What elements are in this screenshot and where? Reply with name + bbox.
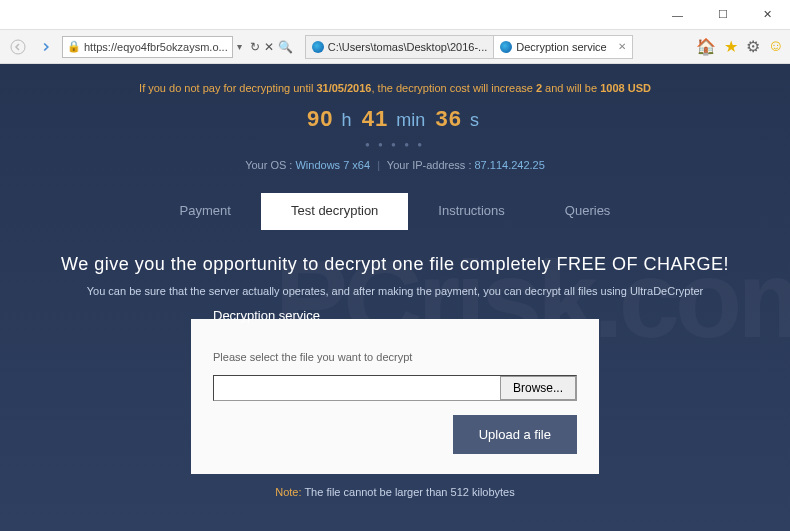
system-info: Your OS : Windows 7 x64 | Your IP-addres… — [22, 159, 768, 171]
window-titlebar: — ☐ ✕ — [0, 0, 790, 30]
upload-button[interactable]: Upload a file — [453, 415, 577, 454]
panel-hint: Please select the file you want to decry… — [213, 351, 577, 363]
countdown-timer: 90 h 41 min 36 s — [22, 106, 768, 132]
star-icon[interactable]: ★ — [724, 37, 738, 56]
forward-arrow-icon — [39, 40, 53, 54]
tab-test-decryption[interactable]: Test decryption — [261, 193, 408, 230]
panel-legend: Decryption service — [213, 308, 320, 323]
url-text: https://eqyo4fbr5okzaysm.o... — [84, 41, 228, 53]
seconds-unit: s — [470, 110, 479, 130]
seconds-value: 36 — [435, 106, 461, 131]
ie-icon — [500, 41, 512, 53]
tab-payment[interactable]: Payment — [150, 193, 261, 230]
hours-unit: h — [342, 110, 352, 130]
refresh-icon[interactable]: ↻ — [250, 40, 260, 54]
home-icon[interactable]: 🏠 — [696, 37, 716, 56]
back-arrow-icon — [10, 39, 26, 55]
back-button[interactable] — [6, 35, 30, 59]
hours-value: 90 — [307, 106, 333, 131]
minutes-value: 41 — [362, 106, 388, 131]
window-minimize-button[interactable]: — — [655, 0, 700, 30]
lock-icon: 🔒 — [67, 40, 81, 53]
dropdown-icon[interactable]: ▾ — [237, 41, 242, 52]
pagination-dots: ● ● ● ● ● — [22, 140, 768, 149]
hero-section: We give you the opportunity to decrypt o… — [22, 254, 768, 297]
tab-label: C:\Users\tomas\Desktop\2016-... — [328, 41, 488, 53]
tab-label: Decryption service — [516, 41, 606, 53]
hero-title: We give you the opportunity to decrypt o… — [22, 254, 768, 275]
address-bar[interactable]: 🔒 https://eqyo4fbr5okzaysm.o... — [62, 36, 233, 58]
face-icon[interactable]: ☺ — [768, 37, 784, 56]
window-maximize-button[interactable]: ☐ — [700, 0, 745, 30]
page-content: PCrisk.com If you do not pay for decrypt… — [0, 64, 790, 531]
toolbar-right-icons: 🏠 ★ ⚙ ☺ — [696, 37, 784, 56]
forward-button[interactable] — [34, 35, 58, 59]
tab-queries[interactable]: Queries — [535, 193, 641, 230]
search-icon[interactable]: 🔍 — [278, 40, 293, 54]
svg-point-0 — [11, 40, 25, 54]
browse-button[interactable]: Browse... — [500, 376, 576, 400]
tab-close-icon[interactable]: ✕ — [618, 41, 626, 52]
file-input-group: Browse... — [213, 375, 577, 401]
toolbar-icons: ↻ ✕ 🔍 — [250, 40, 293, 54]
stop-icon[interactable]: ✕ — [264, 40, 274, 54]
decryption-panel: Decryption service Please select the fil… — [191, 319, 599, 474]
warning-banner: If you do not pay for decrypting until 3… — [22, 82, 768, 94]
browser-tabs: C:\Users\tomas\Desktop\2016-... Decrypti… — [305, 35, 684, 59]
browser-tab[interactable]: Decryption service ✕ — [493, 35, 633, 59]
tab-instructions[interactable]: Instructions — [408, 193, 534, 230]
window-close-button[interactable]: ✕ — [745, 0, 790, 30]
hero-subtitle: You can be sure that the server actually… — [22, 285, 768, 297]
gear-icon[interactable]: ⚙ — [746, 37, 760, 56]
browser-toolbar: 🔒 https://eqyo4fbr5okzaysm.o... ▾ ↻ ✕ 🔍 … — [0, 30, 790, 64]
minutes-unit: min — [396, 110, 425, 130]
size-note: Note: The file cannot be larger than 512… — [22, 486, 768, 498]
browser-tab[interactable]: C:\Users\tomas\Desktop\2016-... — [305, 35, 495, 59]
content-tabs: Payment Test decryption Instructions Que… — [22, 193, 768, 230]
file-path-input[interactable] — [214, 376, 500, 400]
ie-icon — [312, 41, 324, 53]
